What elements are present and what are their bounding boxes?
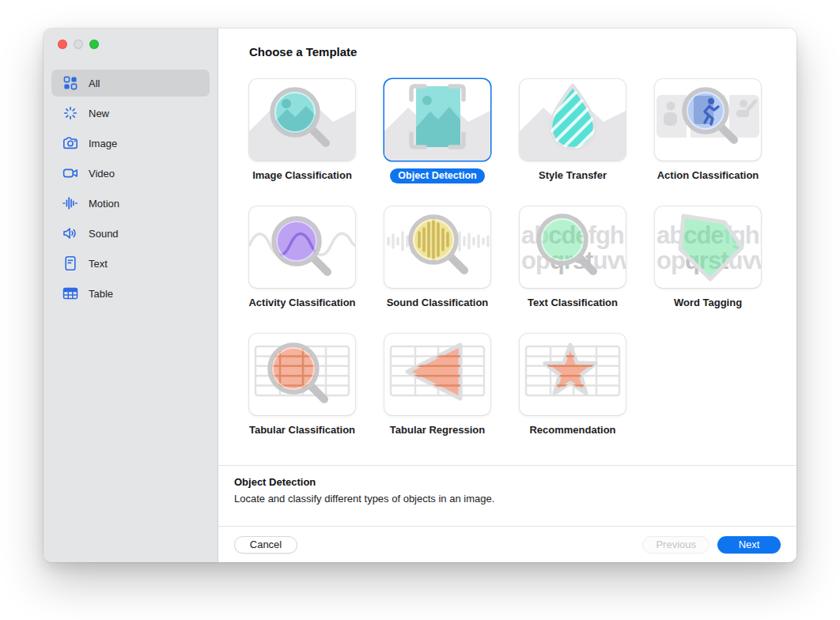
sidebar-item-sound[interactable]: Sound [51,220,210,247]
template-label: Text Classification [528,295,618,311]
detail-description: Locate and classify different types of o… [234,493,781,505]
detail-title: Object Detection [234,476,781,488]
template-card-style-transfer[interactable]: Style Transfer [520,79,626,183]
text-classification-icon: abcdefghi opqrstuvw [520,206,626,288]
sidebar: All New I [44,28,218,562]
activity-classification-icon [249,206,355,288]
sidebar-item-text[interactable]: Text [51,250,210,277]
sidebar-item-label: New [89,108,109,119]
template-card-word-tagging[interactable]: abcdefghi opqrstuvw Word Tagging [655,206,761,311]
template-label: Recommendation [529,422,615,438]
table-icon [62,285,79,301]
template-label: Image Classification [252,168,352,183]
cancel-button[interactable]: Cancel [234,536,297,554]
page-title: Choose a Template [249,45,796,59]
sidebar-item-all[interactable]: All [51,70,210,96]
style-transfer-icon [520,79,626,161]
template-label: Style Transfer [539,168,607,183]
action-classification-icon [655,79,761,161]
template-row-3: Tabular Classification [249,334,796,438]
previous-button: Previous [642,536,709,554]
sidebar-item-label: Table [89,288,113,300]
template-card-tabular-regression[interactable]: Tabular Regression [384,334,490,438]
template-label: Sound Classification [387,295,489,311]
sparkle-icon [62,105,79,121]
sidebar-item-label: Sound [89,228,119,240]
template-category-list: All New I [44,70,218,307]
template-card-recommendation[interactable]: Recommendation [520,334,626,438]
template-label-selected: Object Detection [390,168,484,183]
template-row-2: Activity Classification [249,206,796,311]
template-label: Word Tagging [674,295,742,311]
sound-classification-icon [384,206,490,288]
grid-all-icon [62,75,79,91]
sidebar-item-label: Image [89,138,117,149]
close-window-button[interactable] [58,40,67,49]
camera-icon [62,135,79,151]
template-card-action-classification[interactable]: Action Classification [655,79,761,183]
zoom-window-button[interactable] [89,40,99,49]
sidebar-item-label: Video [89,168,115,180]
template-card-object-detection[interactable]: Object Detection [384,79,490,183]
tabular-regression-icon [384,334,490,415]
next-button[interactable]: Next [717,536,781,554]
template-label: Tabular Regression [390,422,485,438]
speaker-icon [62,225,79,241]
selected-template-detail: Object Detection Locate and classify dif… [218,465,796,526]
sidebar-item-video[interactable]: Video [51,160,210,187]
template-card-sound-classification[interactable]: Sound Classification [384,206,490,311]
sidebar-item-new[interactable]: New [51,100,210,127]
recommendation-icon [520,334,626,415]
waveform-icon [62,195,79,211]
template-label: Tabular Classification [249,422,355,438]
template-card-activity-classification[interactable]: Activity Classification [249,206,355,311]
window-controls [44,38,218,49]
template-gallery: Choose a Template [218,28,796,465]
template-card-text-classification[interactable]: abcdefghi opqrstuvw Text Classification [520,206,626,311]
sidebar-item-motion[interactable]: Motion [51,190,210,217]
template-label: Action Classification [657,168,759,183]
template-row-1: Image Classification [249,79,796,183]
video-camera-icon [62,165,79,181]
sidebar-item-table[interactable]: Table [51,280,210,307]
template-card-tabular-classification[interactable]: Tabular Classification [249,334,355,438]
word-tagging-icon: abcdefghi opqrstuvw [655,206,761,288]
object-detection-icon [384,79,490,161]
tabular-classification-icon [249,334,355,415]
sidebar-item-label: Text [89,258,108,270]
minimize-window-button [74,40,83,49]
document-icon [62,255,79,271]
dialog-footer: Cancel Previous Next [218,526,796,562]
template-card-image-classification[interactable]: Image Classification [249,79,355,183]
sidebar-item-image[interactable]: Image [51,130,210,157]
sidebar-item-label: Motion [89,198,119,210]
sidebar-item-label: All [89,78,100,89]
main-panel: Choose a Template [218,28,796,562]
image-classification-icon [249,79,355,161]
create-ml-template-chooser-window: All New I [44,28,796,562]
template-label: Activity Classification [248,295,355,311]
